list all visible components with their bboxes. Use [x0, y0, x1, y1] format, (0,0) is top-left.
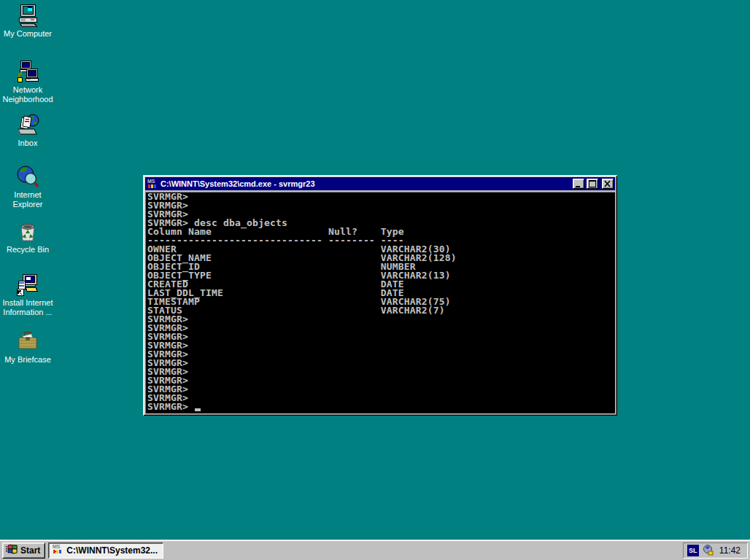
console-window: MS C:\WINNT\System32\cmd.exe - svrmgr23 …	[143, 175, 617, 416]
console-screen[interactable]: SVRMGR> SVRMGR> SVRMGR> SVRMGR> desc dba…	[145, 192, 615, 413]
desktop-icon-label: My Briefcase	[4, 355, 51, 365]
desktop-icon-my-briefcase[interactable]: My Briefcase	[0, 330, 55, 365]
titlebar[interactable]: MS C:\WINNT\System32\cmd.exe - svrmgr23	[145, 177, 615, 190]
desktop-icon-my-computer[interactable]: My Computer	[0, 4, 55, 39]
desktop-icon-network-neighborhood[interactable]: Network Neighborhood	[0, 60, 55, 104]
inbox-icon	[16, 113, 39, 136]
desktop-icon-inbox[interactable]: Inbox	[0, 113, 55, 148]
internet-explorer-icon	[16, 165, 39, 188]
keyboard-layout-indicator[interactable]: SL	[687, 545, 699, 556]
taskbar-clock[interactable]: 11:42	[716, 545, 743, 556]
desktop-icon-label: My Computer	[4, 29, 52, 39]
tray-icon[interactable]	[702, 544, 714, 557]
console-cursor	[195, 408, 201, 411]
desktop-icon-label: Internet Explorer	[0, 190, 55, 209]
my-computer-icon	[16, 4, 39, 27]
desktop-icon-install-internet-information[interactable]: Install Internet Information ...	[0, 273, 55, 317]
taskbar: Start MS C:\WINNT\System32... SL 11:42	[0, 540, 750, 560]
ms-dos-icon: MS	[52, 543, 63, 557]
ms-dos-icon[interactable]: MS	[147, 178, 158, 190]
my-briefcase-icon	[16, 330, 39, 353]
system-tray: SL 11:42	[683, 542, 748, 559]
desktop-icon-label: Network Neighborhood	[0, 85, 55, 104]
window-title: C:\WINNT\System32\cmd.exe - svrmgr23	[161, 179, 571, 188]
maximize-button[interactable]	[587, 179, 598, 189]
network-neighborhood-icon	[16, 60, 39, 83]
desktop-icon-label: Install Internet Information ...	[0, 298, 55, 317]
task-button-label: C:\WINNT\System32...	[66, 545, 158, 556]
start-label: Start	[20, 545, 40, 556]
desktop-icon-label: Recycle Bin	[7, 245, 49, 254]
recycle-bin-icon	[16, 219, 39, 243]
console-output: SVRMGR> SVRMGR> SVRMGR> SVRMGR> desc dba…	[146, 192, 615, 411]
svg-text:MS: MS	[147, 179, 155, 184]
task-button-cmd[interactable]: MS C:\WINNT\System32...	[48, 542, 163, 559]
desktop-icon-label: Inbox	[18, 139, 38, 148]
start-button[interactable]: Start	[2, 542, 45, 559]
close-button[interactable]	[602, 179, 614, 189]
windows-flag-icon	[5, 543, 18, 557]
desktop-icon-recycle-bin[interactable]: Recycle Bin	[0, 219, 55, 254]
install-internet-information-icon	[16, 273, 39, 296]
svg-text:MS: MS	[53, 544, 61, 549]
minimize-button[interactable]	[573, 179, 584, 189]
desktop-icon-internet-explorer[interactable]: Internet Explorer	[0, 165, 55, 209]
desktop: { "colors": { "desktop": "#008080", "tit…	[0, 0, 750, 560]
